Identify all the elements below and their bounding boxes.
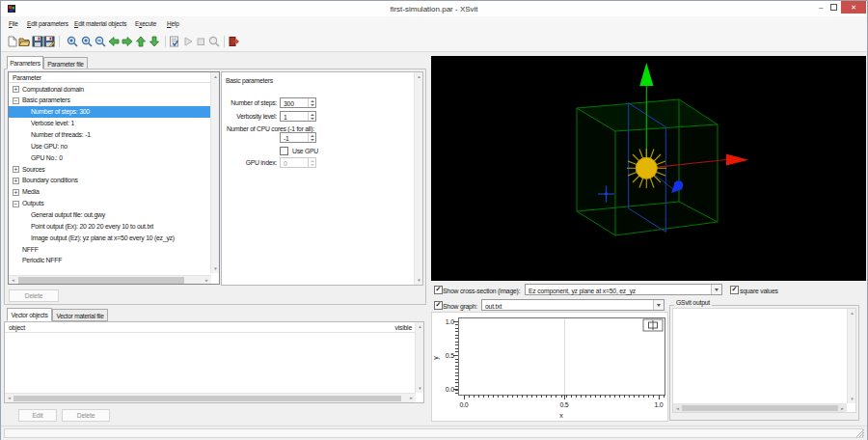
svg-text:y: y xyxy=(432,356,440,360)
3d-preview[interactable] xyxy=(431,56,866,281)
tree-item[interactable]: +Computational domain xyxy=(9,84,211,96)
tree-item[interactable]: +Boundary conditions xyxy=(9,175,211,186)
expand-icon[interactable]: + xyxy=(13,166,19,173)
move-up-icon[interactable] xyxy=(135,36,147,47)
expand-icon[interactable]: + xyxy=(13,178,19,184)
x-axis-arrow xyxy=(726,154,748,166)
tree-vertical-scrollbar[interactable]: ▲▼ xyxy=(210,72,219,273)
tree-horizontal-scrollbar[interactable]: ◄► xyxy=(9,275,211,284)
tree-item[interactable]: −Basic parameters xyxy=(9,95,211,106)
table-vertical-scrollbar[interactable]: ▲▼ xyxy=(415,322,423,393)
gsvit-vertical-scrollbar[interactable]: ▲▼ xyxy=(847,309,855,403)
collapse-icon[interactable]: − xyxy=(13,201,19,207)
steps-label: Number of steps: xyxy=(222,99,277,106)
tree-item[interactable]: +Media xyxy=(9,186,211,198)
menu-execute[interactable]: Execute xyxy=(135,20,156,27)
save-as-icon[interactable] xyxy=(43,36,55,47)
column-object[interactable]: object xyxy=(9,324,25,331)
toolbar-separator xyxy=(165,36,166,47)
menu-edit-parameters[interactable]: Edit parameters xyxy=(27,20,68,27)
open-file-icon[interactable] xyxy=(18,36,30,47)
tab-vector-material-file[interactable]: Vector material file xyxy=(52,309,108,321)
move-right-icon[interactable] xyxy=(122,36,133,47)
tree-item[interactable]: Verbose level: 1 xyxy=(9,118,211,129)
check-params-icon[interactable] xyxy=(169,36,180,47)
tree-item-label: NFFF xyxy=(22,246,39,253)
menu-edit-material-objects[interactable]: Edit material objects xyxy=(74,20,126,27)
tab-parameters[interactable]: Parameters xyxy=(7,56,43,69)
tree-item-label: Basic parameters xyxy=(22,96,70,103)
tree-item-label: Verbose level: 1 xyxy=(31,120,74,126)
square-values-checkbox[interactable]: ✓ xyxy=(730,286,739,294)
gsvit-horizontal-scrollbar[interactable]: ◄► xyxy=(673,403,847,412)
gpu-index-label: GPU index: xyxy=(222,159,277,166)
show-cross-section-checkbox[interactable]: ✓ xyxy=(434,286,443,294)
tree-delete-button[interactable]: Delete xyxy=(9,289,59,302)
tree-item-label: Image output (Ez): yz plane at x=50 ever… xyxy=(31,234,175,241)
toolbar-separator xyxy=(59,36,60,47)
tree-item-label: GPU No.: 0 xyxy=(31,154,63,161)
use-gpu-checkbox[interactable] xyxy=(280,147,288,155)
steps-spinbox[interactable]: 300 xyxy=(280,97,316,108)
close-button[interactable]: ✕ xyxy=(841,1,866,14)
column-visible[interactable]: visible xyxy=(395,324,413,331)
table-horizontal-scrollbar[interactable]: ◄► xyxy=(5,393,416,402)
tree-item[interactable]: NFFF xyxy=(9,244,211,256)
tree-column-header: Parameter xyxy=(9,72,211,83)
move-down-icon[interactable] xyxy=(149,36,160,47)
resize-grip[interactable] xyxy=(855,428,865,438)
tree-item[interactable]: +Sources xyxy=(9,164,211,176)
graph-combo[interactable]: out.txt xyxy=(481,299,665,311)
basic-parameters-form: Basic parameters Number of steps: 300 Ve… xyxy=(221,71,423,286)
expand-icon[interactable]: + xyxy=(13,86,19,93)
cross-section-combo[interactable]: Ez component, yz plane at x=50, ez_yz xyxy=(525,284,722,295)
zoom-in-icon[interactable] xyxy=(67,36,78,47)
tree-item[interactable]: −Outputs xyxy=(9,198,211,209)
table-header: object visible xyxy=(5,322,423,333)
window-title: first-simulation.par - XSvit xyxy=(1,5,867,14)
vector-edit-button[interactable]: Edit xyxy=(18,409,57,422)
save-file-icon[interactable] xyxy=(32,36,43,47)
tree-item[interactable]: Use GPU: no xyxy=(9,141,211,152)
maximize-button[interactable] xyxy=(830,4,837,11)
menu-help[interactable]: Help xyxy=(167,20,179,27)
show-graph-checkbox[interactable]: ✓ xyxy=(434,301,443,310)
tree-item-label: Periodic NFFF xyxy=(22,257,62,263)
minimize-button[interactable]: – xyxy=(814,1,827,14)
menu-file[interactable]: File xyxy=(9,20,18,27)
z-axis-arrow xyxy=(639,63,653,86)
tree-item[interactable]: Number of steps: 300 xyxy=(9,106,211,118)
run-icon xyxy=(182,36,194,47)
gpu-index-spinbox: 0 xyxy=(280,157,316,168)
form-title: Basic parameters xyxy=(226,77,273,84)
tree-item[interactable]: GPU No.: 0 xyxy=(9,152,211,164)
square-values-label: square values xyxy=(740,288,778,294)
tree-item[interactable]: Periodic NFFF xyxy=(9,255,211,266)
tab-vector-objects[interactable]: Vector objects xyxy=(7,308,52,321)
svg-text:x: x xyxy=(559,412,563,419)
tree-item-label: Use GPU: no xyxy=(31,143,68,150)
svg-text:1.0: 1.0 xyxy=(446,318,454,325)
new-file-icon[interactable] xyxy=(7,36,18,47)
form-vertical-scrollbar[interactable]: ▲▼ xyxy=(414,72,422,285)
cpu-cores-spinbox[interactable]: -1 xyxy=(280,132,316,143)
tree-item[interactable]: Image output (Ez): yz plane at x=50 ever… xyxy=(9,233,211,244)
move-left-icon[interactable] xyxy=(108,36,120,47)
expand-icon[interactable]: + xyxy=(13,189,19,196)
collapse-icon[interactable]: − xyxy=(13,97,19,104)
gsvit-output-textarea[interactable]: ▲▼ ◄► xyxy=(672,308,856,413)
cpu-cores-label: Number of CPU cores (-1 for all): xyxy=(222,125,314,132)
verbosity-spinbox[interactable]: 1 xyxy=(280,111,316,122)
tree-item[interactable]: Point output (Ex): 20 20 20 every 10 to … xyxy=(9,221,211,233)
tree-item[interactable]: General output file: out.gwy xyxy=(9,209,211,221)
graph-widget: 1.0 0.5 0.0 0.0 0.5 1.0 x y xyxy=(431,312,668,422)
vector-delete-button[interactable]: Delete xyxy=(62,409,110,422)
svg-text:0.0: 0.0 xyxy=(459,401,468,408)
tree-item[interactable]: Number of threads: -1 xyxy=(9,129,211,141)
parameter-tree: Parameter +Computational domain−Basic pa… xyxy=(8,71,220,285)
zoom-out-icon[interactable] xyxy=(95,36,106,47)
zoom-in-alt-icon[interactable] xyxy=(81,36,93,47)
tree-item-label: Media xyxy=(22,188,40,195)
menu-bar: FileEdit parametersEdit material objects… xyxy=(1,16,867,29)
quit-icon[interactable] xyxy=(228,36,239,47)
